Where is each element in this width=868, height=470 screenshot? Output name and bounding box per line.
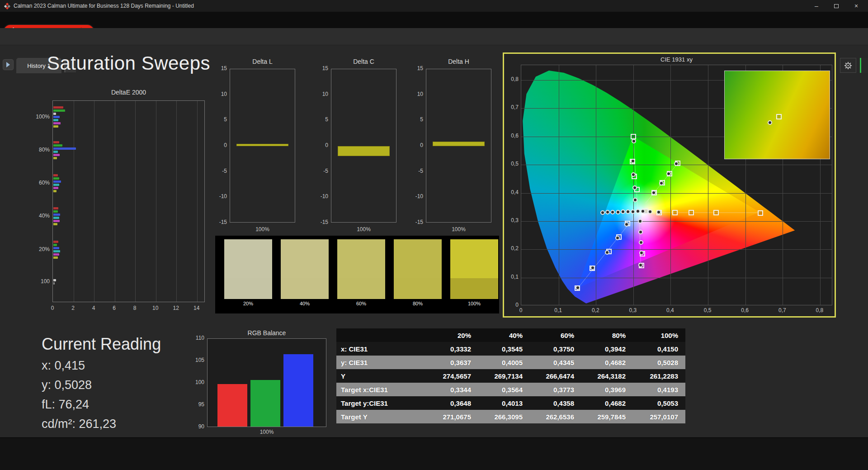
table-cell: 0,3564: [478, 383, 530, 396]
cie-target-square: [631, 134, 636, 139]
chart-title: DeltaE 2000: [52, 89, 205, 96]
table-row: Target Y271,0675266,3095262,6536259,7845…: [336, 410, 685, 423]
table-cell: x: CIE31: [336, 342, 427, 356]
rgb-bar-green: [250, 380, 280, 427]
deltae-bar: [53, 253, 59, 256]
gridline: [521, 221, 832, 222]
axis-tick-label: 0: [410, 142, 423, 148]
axis-tick-label: 100: [181, 379, 204, 385]
axis-tick-label: 100: [27, 278, 50, 285]
target-swatch: [337, 278, 385, 299]
table-cell: 0,4013: [478, 396, 530, 410]
table-cell: 266,3095: [478, 410, 530, 423]
axis-tick-label: 0,3: [506, 217, 519, 223]
deltae-plot-area: [52, 100, 205, 302]
axis-tick-label: 0,1: [552, 307, 564, 313]
axis-tick-label: 110: [181, 335, 204, 341]
gridline: [521, 249, 832, 250]
axis-tick-label: 15: [410, 65, 423, 71]
x-axis-label: 100%: [331, 226, 396, 233]
cie-1931-panel: CIE 1931 xy 000,10,10,20,20,30,30,40,40,…: [503, 52, 836, 318]
axis-tick-label: 15: [213, 65, 227, 71]
deltae-bar: [53, 113, 56, 115]
table-cell: Target Y: [336, 410, 427, 423]
axis-tick-label: -15: [410, 219, 423, 225]
axis-tick-label: 0: [506, 302, 519, 308]
current-reading-fl: fL: 76,24: [42, 398, 89, 412]
deltae-bar: [53, 154, 60, 156]
saturation-swatch-column: 20%: [224, 239, 272, 306]
current-reading-title: Current Reading: [42, 335, 161, 354]
table-cell: 0,4193: [633, 383, 685, 396]
minimize-button[interactable]: –: [807, 0, 826, 12]
target-swatch: [450, 278, 498, 299]
page-title: Saturation Sweeps: [47, 52, 210, 74]
delta-bar: [338, 146, 389, 156]
plot-area: [230, 69, 295, 223]
axis-tick-label: 10: [213, 91, 227, 97]
current-reading-cdm2: cd/m²: 261,23: [42, 417, 116, 431]
cie-target-square: [689, 210, 694, 215]
axis-tick-label: 95: [181, 401, 204, 408]
table-cell: 257,0107: [633, 410, 685, 423]
axis-tick-label: 6: [110, 305, 119, 311]
table-cell: 0,4682: [581, 356, 633, 369]
actual-swatch: [281, 239, 329, 278]
maximize-button[interactable]: [826, 0, 846, 12]
table-cell: Target x:CIE31: [336, 383, 427, 396]
cie-measured-point: [631, 159, 635, 163]
gridline: [708, 65, 708, 305]
cie-inset-target-square: [776, 114, 782, 119]
gridline: [115, 101, 115, 302]
deltae-2000-chart: DeltaE 2000 02468101214100%80%60%40%20%1…: [27, 89, 212, 317]
axis-tick-label: 4: [89, 305, 98, 311]
table-cell: 274,5657: [427, 369, 478, 383]
actual-swatch: [394, 239, 442, 278]
swatch-label: 100%: [450, 301, 498, 306]
axis-tick-label: 2: [69, 305, 78, 311]
table-cell: 0,3344: [427, 383, 478, 396]
delta-c-chart: Delta C 151050-5-10-15 100%: [315, 58, 405, 239]
table-cell: 0,5028: [633, 356, 685, 369]
chart-title: Delta C: [331, 58, 396, 65]
deltae-bar: [53, 106, 63, 109]
axis-tick-label: -10: [213, 193, 227, 199]
table-cell: 0,3332: [427, 342, 478, 356]
axis-tick-label: 0,6: [506, 133, 519, 139]
axis-tick-label: 8: [130, 305, 139, 311]
axis-tick-label: 100%: [27, 114, 50, 120]
settings-button[interactable]: [840, 58, 856, 73]
layout-nav-arrow-button[interactable]: [3, 59, 14, 70]
maximize-icon: [834, 4, 839, 8]
current-reading-x: x: 0,415: [42, 359, 85, 373]
axis-tick-label: 0,1: [506, 274, 519, 280]
deltae-bar: [53, 282, 55, 285]
table-header-cell: 40%: [478, 328, 530, 342]
plot-area: [207, 338, 326, 427]
deltae-bar: [53, 141, 59, 143]
x-axis-label: 100%: [426, 226, 491, 233]
axis-tick-label: 0: [315, 142, 328, 148]
cie-measured-point: [590, 266, 595, 270]
swatch-label: 60%: [337, 301, 385, 306]
table-cell: 0,4358: [530, 396, 581, 410]
actual-swatch: [450, 239, 498, 278]
table-cell: 259,7845: [581, 410, 633, 423]
saturation-swatch-column: 100%: [450, 239, 498, 306]
close-button[interactable]: ×: [846, 0, 866, 12]
gridline: [135, 101, 136, 302]
swatch-label: 20%: [224, 301, 272, 306]
actual-swatch: [224, 239, 272, 278]
table-cell: 0,3648: [427, 396, 478, 410]
plot-area: [426, 69, 491, 223]
cie-measured-point: [632, 185, 637, 190]
collapsed-panel-button[interactable]: [860, 58, 868, 73]
plot-area: [331, 69, 396, 223]
cie-target-square: [672, 210, 678, 215]
rgb-bar-red: [217, 384, 247, 427]
table-cell: Target y:CIE31: [336, 396, 427, 410]
axis-tick-label: -5: [410, 168, 423, 174]
deltae-bar: [53, 122, 61, 124]
cie-measured-point: [626, 209, 630, 214]
axis-tick-label: 0: [213, 142, 227, 148]
